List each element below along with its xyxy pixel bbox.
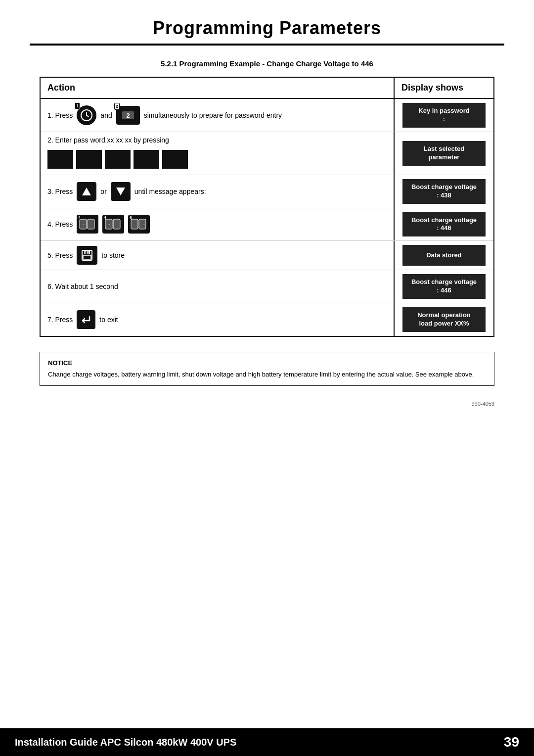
section-heading: 5.2.1 Programming Example - Change Charg… bbox=[0, 59, 534, 68]
row1-after-text: simultaneously to prepare for password e… bbox=[144, 111, 282, 119]
digit3-svg: → bbox=[130, 217, 148, 231]
svg-rect-18 bbox=[83, 255, 91, 259]
svg-text:→: → bbox=[81, 222, 86, 227]
row3-action: 3. Press or until message appears: bbox=[41, 175, 395, 208]
table-row: 5. Press to store Data stored bbox=[41, 241, 493, 270]
step1-label: 1. Press bbox=[47, 111, 73, 119]
footer-title: Installation Guide APC Silcon 480kW 400V… bbox=[15, 737, 236, 748]
btn-down-arrow-icon[interactable] bbox=[111, 182, 131, 201]
svg-text:→: → bbox=[141, 222, 146, 227]
store-svg bbox=[80, 248, 94, 262]
table-row: 6. Wait about 1 second Boost charge volt… bbox=[41, 270, 493, 303]
col-action-header: Action bbox=[41, 78, 395, 98]
clock-svg bbox=[80, 108, 93, 122]
row1-action: 1. Press 1 and 2 2 bbox=[41, 99, 395, 132]
row3-display: Boost charge voltage: 438 bbox=[395, 175, 493, 208]
page-footer: Installation Guide APC Silcon 480kW 400V… bbox=[0, 728, 534, 756]
table-header: Action Display shows bbox=[41, 78, 493, 99]
title-divider bbox=[30, 44, 504, 46]
notice-text: Change charge voltages, battery warning … bbox=[48, 370, 486, 379]
action-label: Action bbox=[47, 83, 387, 93]
row6-action: 6. Wait about 1 second bbox=[41, 270, 395, 303]
btn-enter-icon[interactable] bbox=[77, 310, 95, 329]
password-squares bbox=[47, 150, 188, 169]
table-body: 1. Press 1 and 2 2 bbox=[41, 99, 493, 336]
row4-action: 4. Press 4 → 4 → bbox=[41, 208, 395, 241]
row1-display: Key in password: bbox=[395, 99, 493, 132]
svg-text:2: 2 bbox=[126, 112, 130, 119]
btn1-badge: 1 bbox=[75, 102, 80, 109]
step4-label: 4. Press bbox=[47, 220, 73, 228]
svg-rect-11 bbox=[113, 219, 120, 229]
table-row: 1. Press 1 and 2 2 bbox=[41, 99, 493, 132]
row6-display: Boost charge voltage: 446 bbox=[395, 270, 493, 303]
display-box-5: Data stored bbox=[402, 245, 486, 266]
display-box-4: Boost charge voltage: 446 bbox=[402, 212, 486, 237]
display-label: Display shows bbox=[401, 83, 487, 93]
down-arrow-svg bbox=[115, 187, 126, 196]
row2-display: Last selectedparameter bbox=[395, 132, 493, 175]
display-box-6: Boost charge voltage: 446 bbox=[402, 274, 486, 299]
svg-marker-6 bbox=[116, 188, 125, 195]
notice-box: NOTICE Change charge voltages, battery w… bbox=[40, 352, 494, 386]
svg-rect-8 bbox=[88, 219, 94, 229]
digit1-badge: 4 bbox=[78, 215, 80, 220]
row5-action: 5. Press to store bbox=[41, 241, 395, 270]
svg-line-2 bbox=[87, 115, 89, 117]
pass-sq-3[interactable] bbox=[105, 150, 131, 169]
btn-digit1-icon[interactable]: 4 → bbox=[77, 215, 98, 234]
digit2-badge: 4 bbox=[104, 215, 106, 220]
row3-after-text: until message appears: bbox=[134, 188, 206, 195]
btn-store-icon[interactable] bbox=[77, 246, 97, 265]
table-row: 3. Press or until message appears: Boost… bbox=[41, 175, 493, 208]
table-row: 2. Enter pass word xx xx xx by pressing … bbox=[41, 132, 493, 175]
display-box-1: Key in password: bbox=[402, 103, 486, 128]
col-display-header: Display shows bbox=[395, 78, 493, 98]
step2-label: 2. Enter pass word xx xx xx by pressing bbox=[47, 136, 169, 144]
footer-page-number: 39 bbox=[504, 734, 519, 750]
doc-number: 990-4053 bbox=[0, 401, 494, 407]
step5-label: 5. Press bbox=[47, 251, 73, 259]
display-box-3: Boost charge voltage: 438 bbox=[402, 179, 486, 204]
row2-action: 2. Enter pass word xx xx xx by pressing bbox=[41, 132, 395, 175]
step7-label: 7. Press bbox=[47, 316, 73, 324]
up-arrow-svg bbox=[81, 187, 92, 196]
btn2-svg: 2 bbox=[121, 109, 135, 121]
svg-text:→: → bbox=[107, 222, 111, 227]
btn-up-arrow-icon[interactable] bbox=[77, 182, 96, 201]
enter-svg bbox=[80, 314, 92, 326]
digit3-badge: 6 bbox=[130, 215, 132, 220]
main-table: Action Display shows 1. Press 1 and bbox=[40, 77, 494, 337]
row5-display: Data stored bbox=[395, 241, 493, 270]
row3-or-text: or bbox=[100, 188, 106, 195]
display-box-7: Normal operationload power XX% bbox=[402, 307, 486, 332]
display-box-2: Last selectedparameter bbox=[402, 141, 486, 166]
digit1-svg: → bbox=[79, 217, 96, 231]
btn-digit2-icon[interactable]: 4 → bbox=[102, 215, 124, 234]
btn-digit3-icon[interactable]: 6 → bbox=[128, 215, 150, 234]
row7-action: 7. Press to exit bbox=[41, 303, 395, 336]
table-row: 7. Press to exit Normal operationload po… bbox=[41, 303, 493, 336]
svg-rect-13 bbox=[131, 219, 138, 229]
row7-display: Normal operationload power XX% bbox=[395, 303, 493, 336]
step6-label: 6. Wait about 1 second bbox=[47, 283, 118, 290]
btn-2-icon[interactable]: 2 2 bbox=[116, 106, 140, 125]
page-title: Programming Parameters bbox=[0, 0, 534, 44]
pass-sq-5[interactable] bbox=[162, 150, 188, 169]
btn2-badge: 2 bbox=[114, 103, 120, 110]
pass-sq-2[interactable] bbox=[76, 150, 102, 169]
row4-display: Boost charge voltage: 446 bbox=[395, 208, 493, 241]
notice-title: NOTICE bbox=[48, 358, 486, 368]
row1-and-text: and bbox=[100, 111, 112, 119]
table-row: 4. Press 4 → 4 → bbox=[41, 208, 493, 241]
step7-after-text: to exit bbox=[99, 316, 118, 324]
svg-marker-5 bbox=[82, 188, 91, 195]
step3-label: 3. Press bbox=[47, 188, 73, 195]
btn-clock-icon[interactable]: 1 bbox=[77, 105, 96, 125]
pass-sq-1[interactable] bbox=[47, 150, 73, 169]
digit2-svg: → bbox=[104, 217, 122, 231]
pass-sq-4[interactable] bbox=[134, 150, 159, 169]
step5-after-text: to store bbox=[101, 251, 125, 259]
